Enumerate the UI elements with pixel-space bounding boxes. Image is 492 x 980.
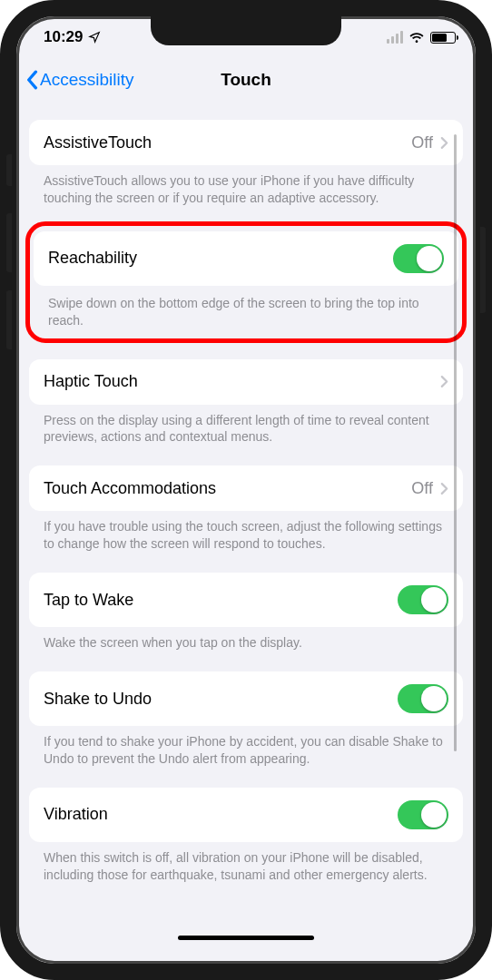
tap-to-wake-toggle[interactable] — [398, 585, 448, 614]
row-label: Vibration — [44, 805, 108, 824]
back-label: Accessibility — [40, 70, 133, 90]
reachability-row[interactable]: Reachability — [34, 231, 458, 286]
assistivetouch-row[interactable]: AssistiveTouch Off — [29, 120, 463, 165]
scroll-indicator[interactable] — [454, 134, 457, 751]
location-icon — [88, 31, 101, 44]
status-time: 10:29 — [44, 28, 83, 46]
row-value: Off — [411, 479, 433, 498]
home-indicator[interactable] — [178, 936, 314, 940]
reachability-toggle[interactable] — [393, 244, 444, 273]
chevron-left-icon — [25, 70, 38, 90]
battery-icon — [430, 32, 456, 44]
row-value: Off — [411, 133, 433, 152]
chevron-right-icon — [440, 482, 448, 495]
settings-list[interactable]: AssistiveTouch Off AssistiveTouch allows… — [16, 102, 476, 946]
row-description: Press on the display using a different l… — [29, 405, 463, 446]
row-description: If you have trouble using the touch scre… — [29, 511, 463, 553]
row-label: Tap to Wake — [44, 591, 133, 610]
annotation-highlight: Reachability Swipe down on the bottom ed… — [25, 221, 467, 343]
row-label: Haptic Touch — [44, 372, 138, 391]
vibration-toggle[interactable] — [398, 800, 448, 829]
row-label: Reachability — [48, 249, 137, 268]
row-label: Shake to Undo — [44, 690, 152, 709]
row-description: AssistiveTouch allows you to use your iP… — [29, 165, 463, 207]
chevron-right-icon — [440, 375, 448, 388]
page-title: Touch — [221, 70, 271, 90]
row-description: When this switch is off, all vibration o… — [29, 842, 463, 884]
row-label: Touch Accommodations — [44, 479, 216, 498]
back-button[interactable]: Accessibility — [25, 70, 133, 90]
shake-to-undo-row[interactable]: Shake to Undo — [29, 671, 463, 726]
nav-bar: Accessibility Touch — [16, 58, 476, 102]
touch-accommodations-row[interactable]: Touch Accommodations Off — [29, 466, 463, 511]
row-description: Swipe down on the bottom edge of the scr… — [34, 286, 458, 329]
shake-to-undo-toggle[interactable] — [398, 684, 448, 713]
vibration-row[interactable]: Vibration — [29, 788, 463, 842]
wifi-icon — [408, 31, 425, 44]
chevron-right-icon — [440, 136, 448, 150]
row-label: AssistiveTouch — [44, 133, 152, 152]
cellular-icon — [387, 31, 403, 44]
row-description: If you tend to shake your iPhone by acci… — [29, 726, 463, 768]
haptic-touch-row[interactable]: Haptic Touch — [29, 359, 463, 405]
tap-to-wake-row[interactable]: Tap to Wake — [29, 573, 463, 627]
row-description: Wake the screen when you tap on the disp… — [29, 627, 463, 652]
